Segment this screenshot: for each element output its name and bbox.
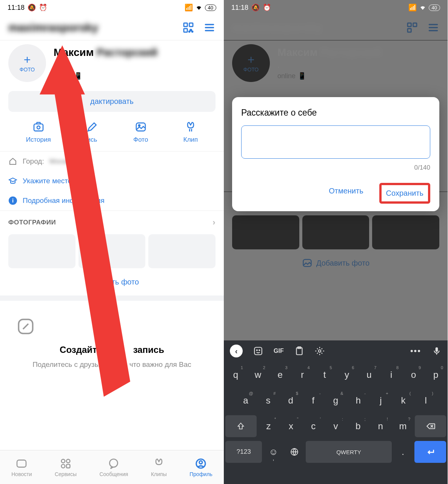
profile-info-row: + ФОТО Максим Расторский . online📱 bbox=[0, 40, 224, 86]
kb-key-d[interactable]: d$ bbox=[280, 390, 301, 411]
kb-key-q[interactable]: q1 bbox=[225, 364, 246, 386]
kb-settings-icon[interactable] bbox=[315, 346, 325, 356]
photo-placeholder[interactable] bbox=[148, 234, 216, 268]
alarm-icon: ⏰ bbox=[263, 3, 271, 12]
kb-key-z[interactable]: z* bbox=[258, 415, 279, 437]
edit-profile-button[interactable]: дактировать bbox=[8, 91, 216, 112]
quick-post[interactable]: ись bbox=[86, 121, 98, 144]
kb-key-b[interactable]: b; bbox=[348, 415, 368, 437]
kb-mic-icon[interactable] bbox=[432, 346, 442, 356]
info-city[interactable]: Город: Москва bbox=[0, 152, 224, 171]
mute-icon: 🔕 bbox=[28, 3, 36, 12]
kb-key-p[interactable]: p0 bbox=[425, 364, 446, 386]
kb-key-m[interactable]: m? bbox=[393, 415, 413, 437]
alarm-icon: ⏰ bbox=[39, 3, 47, 12]
bottom-nav: Новости Сервисы Сообщения Клипы Профиль bbox=[0, 450, 224, 484]
add-photo-button[interactable]: авить фото bbox=[0, 268, 224, 295]
mute-icon: 🔕 bbox=[251, 3, 260, 12]
photos-section-header[interactable]: ФОТОГРАФИИ › bbox=[0, 210, 224, 234]
kb-back-icon[interactable]: ‹ bbox=[230, 345, 243, 357]
info-education[interactable]: Укажите место учёбы bbox=[0, 171, 224, 191]
kb-key-u[interactable]: u7 bbox=[359, 364, 379, 386]
profile-header: maximrasporsky bbox=[0, 15, 224, 40]
kb-key-a[interactable]: a@ bbox=[235, 390, 256, 411]
kb-key-v[interactable]: v: bbox=[325, 415, 346, 437]
svg-rect-27 bbox=[408, 23, 411, 26]
svg-rect-40 bbox=[436, 347, 438, 352]
kb-enter-key[interactable] bbox=[414, 441, 446, 463]
kb-clipboard-icon[interactable] bbox=[294, 346, 304, 356]
soft-keyboard[interactable]: ‹ GIF ••• q1w2e3r4t5y6u7i8o9p0 a@s#d$f-g… bbox=[224, 340, 448, 484]
menu-icon[interactable] bbox=[203, 22, 216, 34]
kb-key-c[interactable]: c' bbox=[303, 415, 324, 437]
kb-gif-icon[interactable]: GIF bbox=[274, 348, 284, 354]
nav-news[interactable]: Новости bbox=[11, 458, 32, 477]
kb-key-e[interactable]: e3 bbox=[270, 364, 291, 386]
about-dialog: Расскажите о себе 0/140 Отменить Сохрани… bbox=[232, 97, 439, 211]
info-more[interactable]: i Подробная информация bbox=[0, 191, 224, 210]
kb-key-l[interactable]: l) bbox=[415, 390, 436, 411]
kb-key-w[interactable]: w2 bbox=[248, 364, 268, 386]
svg-point-10 bbox=[37, 126, 40, 129]
cancel-button[interactable]: Отменить bbox=[324, 183, 368, 204]
svg-point-39 bbox=[318, 350, 321, 353]
svg-rect-29 bbox=[408, 29, 411, 32]
about-textarea[interactable] bbox=[241, 125, 430, 159]
home-icon bbox=[8, 157, 17, 166]
nav-clips[interactable]: Клипы bbox=[151, 458, 167, 477]
kb-emoji-key[interactable]: ☺, bbox=[263, 441, 283, 463]
svg-point-35 bbox=[257, 350, 257, 351]
nav-messages[interactable]: Сообщения bbox=[99, 458, 128, 477]
photo-placeholder[interactable] bbox=[79, 234, 146, 268]
kb-key-f[interactable]: f- bbox=[303, 390, 324, 411]
empty-post-prompt: Создайте пер запись Поделитесь с друзьям… bbox=[0, 301, 224, 381]
signal-icon: 📶 bbox=[408, 3, 417, 12]
kb-globe-key[interactable] bbox=[285, 441, 304, 463]
kb-sticker-icon[interactable] bbox=[253, 346, 263, 356]
kb-key-h[interactable]: h- bbox=[348, 390, 369, 411]
kb-shift-key[interactable] bbox=[225, 415, 257, 437]
kb-backspace-key[interactable] bbox=[415, 415, 446, 437]
menu-icon bbox=[427, 22, 439, 34]
left-phone-screen: 11:18 🔕 ⏰ 📶 40 maximrasporsky + ФОТО Мак… bbox=[0, 0, 224, 484]
kb-key-j[interactable]: j+ bbox=[370, 390, 391, 411]
kb-key-t[interactable]: t5 bbox=[314, 364, 335, 386]
quick-story[interactable]: История bbox=[26, 121, 51, 144]
kb-period-key[interactable]: . bbox=[393, 441, 413, 463]
kb-key-y[interactable]: y6 bbox=[337, 364, 357, 386]
kb-rows: q1w2e3r4t5y6u7i8o9p0 a@s#d$f-g&h-j+k(l) … bbox=[224, 362, 448, 469]
plus-icon: + bbox=[24, 54, 31, 66]
char-counter: 0/140 bbox=[241, 164, 430, 172]
quick-clip[interactable]: Клип bbox=[183, 121, 198, 144]
photo-placeholders bbox=[0, 234, 224, 268]
status-time: 11:18 bbox=[231, 4, 248, 12]
wifi-icon bbox=[195, 5, 203, 11]
kb-space-key[interactable]: QWERTY bbox=[306, 441, 391, 463]
kb-key-x[interactable]: x" bbox=[280, 415, 301, 437]
qr-icon[interactable] bbox=[182, 22, 194, 34]
kb-key-g[interactable]: g& bbox=[325, 390, 346, 411]
avatar-add-photo[interactable]: + ФОТО bbox=[8, 44, 46, 82]
kb-key-i[interactable]: i8 bbox=[381, 364, 402, 386]
save-button[interactable]: Сохранить bbox=[379, 183, 430, 204]
kb-key-n[interactable]: n! bbox=[370, 415, 391, 437]
quick-photo[interactable]: Фото bbox=[133, 121, 148, 144]
kb-more-icon[interactable]: ••• bbox=[410, 346, 421, 356]
nav-services[interactable]: Сервисы bbox=[55, 458, 77, 477]
nav-profile[interactable]: Профиль bbox=[189, 458, 212, 477]
svg-point-20 bbox=[66, 459, 70, 462]
svg-rect-22 bbox=[66, 464, 70, 468]
status-bar: 11:18 🔕 ⏰ 📶 40 bbox=[0, 0, 224, 15]
kb-key-r[interactable]: r4 bbox=[292, 364, 313, 386]
kb-key-s[interactable]: s# bbox=[258, 390, 279, 411]
svg-rect-1 bbox=[189, 23, 193, 26]
kb-numbers-key[interactable]: ?123 bbox=[225, 441, 262, 463]
kb-key-k[interactable]: k( bbox=[393, 390, 414, 411]
battery-badge: 40 bbox=[205, 5, 216, 11]
profile-header: maximrasporsky bbox=[224, 15, 448, 40]
svg-point-5 bbox=[189, 31, 190, 32]
photo-placeholder[interactable] bbox=[8, 234, 75, 268]
svg-rect-9 bbox=[34, 124, 43, 131]
empty-subtitle: Поделитесь с друзьями тем, что важно для… bbox=[15, 360, 209, 370]
kb-key-o[interactable]: o9 bbox=[403, 364, 424, 386]
